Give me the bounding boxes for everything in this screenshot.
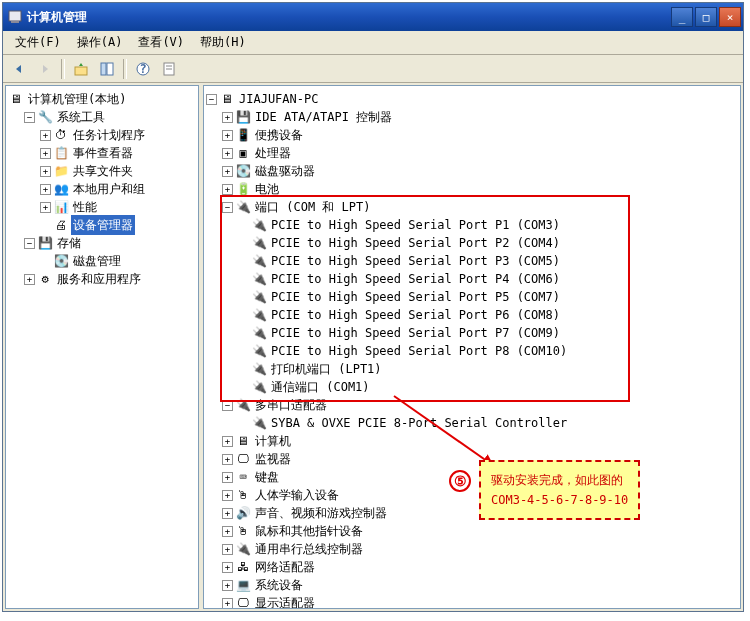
- up-button[interactable]: [69, 58, 93, 80]
- device-usb[interactable]: +🔌通用串行总线控制器: [206, 540, 738, 558]
- device-monitors[interactable]: +🖵监视器: [206, 450, 738, 468]
- expand-icon[interactable]: +: [222, 490, 233, 501]
- help-button[interactable]: ?: [131, 58, 155, 80]
- device-hid[interactable]: +🖱人体学输入设备: [206, 486, 738, 504]
- tree-performance[interactable]: +📊性能: [8, 198, 196, 216]
- svg-rect-3: [101, 63, 106, 75]
- collapse-icon[interactable]: −: [24, 112, 35, 123]
- collapse-icon[interactable]: −: [222, 400, 233, 411]
- app-icon: [7, 9, 23, 25]
- tree-root[interactable]: 🖥计算机管理(本地): [8, 90, 196, 108]
- expand-icon[interactable]: +: [40, 166, 51, 177]
- tree-services[interactable]: +⚙服务和应用程序: [8, 270, 196, 288]
- titlebar[interactable]: 计算机管理 _ □ ×: [3, 3, 743, 31]
- collapse-icon[interactable]: −: [206, 94, 217, 105]
- expand-icon[interactable]: +: [222, 112, 233, 123]
- expand-icon[interactable]: +: [222, 184, 233, 195]
- display-icon: 🖵: [235, 595, 251, 609]
- device-comm-port[interactable]: 🔌通信端口 (COM1): [206, 378, 738, 396]
- services-icon: ⚙: [37, 271, 53, 287]
- expand-icon[interactable]: +: [222, 130, 233, 141]
- tree-device-manager[interactable]: 🖨设备管理器: [8, 216, 196, 234]
- device-port1[interactable]: 🔌PCIE to High Speed Serial Port P1 (COM3…: [206, 216, 738, 234]
- expand-icon[interactable]: +: [222, 472, 233, 483]
- expand-icon[interactable]: +: [222, 544, 233, 555]
- menu-action[interactable]: 操作(A): [69, 32, 131, 53]
- device-syba[interactable]: 🔌SYBA & OVXE PCIE 8-Port Serial Controll…: [206, 414, 738, 432]
- controller-icon: 🔌: [251, 415, 267, 431]
- cpu-icon: ▣: [235, 145, 251, 161]
- device-system[interactable]: +💻系统设备: [206, 576, 738, 594]
- port-icon: 🔌: [235, 199, 251, 215]
- close-button[interactable]: ×: [719, 7, 741, 27]
- tree-event-viewer[interactable]: +📋事件查看器: [8, 144, 196, 162]
- device-display[interactable]: +🖵显示适配器: [206, 594, 738, 609]
- device-ide[interactable]: +💾IDE ATA/ATAPI 控制器: [206, 108, 738, 126]
- expand-icon[interactable]: +: [40, 130, 51, 141]
- sound-icon: 🔊: [235, 505, 251, 521]
- properties-button[interactable]: [157, 58, 181, 80]
- network-icon: 🖧: [235, 559, 251, 575]
- tree-shared-folders[interactable]: +📁共享文件夹: [8, 162, 196, 180]
- device-printer-port[interactable]: 🔌打印机端口 (LPT1): [206, 360, 738, 378]
- expand-icon[interactable]: +: [222, 166, 233, 177]
- collapse-icon[interactable]: −: [222, 202, 233, 213]
- content-area: 🖥计算机管理(本地) −🔧系统工具 +⏱任务计划程序 +📋事件查看器 +📁共享文…: [3, 83, 743, 611]
- maximize-button[interactable]: □: [695, 7, 717, 27]
- device-multi-serial[interactable]: −🔌多串口适配器: [206, 396, 738, 414]
- expand-icon[interactable]: +: [40, 184, 51, 195]
- device-port7[interactable]: 🔌PCIE to High Speed Serial Port P7 (COM9…: [206, 324, 738, 342]
- device-mice[interactable]: +🖱鼠标和其他指针设备: [206, 522, 738, 540]
- expand-icon[interactable]: +: [222, 148, 233, 159]
- tree-storage[interactable]: −💾存储: [8, 234, 196, 252]
- device-port6[interactable]: 🔌PCIE to High Speed Serial Port P6 (COM8…: [206, 306, 738, 324]
- serial-port-icon: 🔌: [251, 343, 267, 359]
- expand-icon[interactable]: +: [222, 580, 233, 591]
- minimize-button[interactable]: _: [671, 7, 693, 27]
- computer-icon: 🖥: [235, 433, 251, 449]
- forward-button[interactable]: [33, 58, 57, 80]
- device-port8[interactable]: 🔌PCIE to High Speed Serial Port P8 (COM1…: [206, 342, 738, 360]
- expand-icon[interactable]: +: [222, 562, 233, 573]
- device-network[interactable]: +🖧网络适配器: [206, 558, 738, 576]
- expand-icon[interactable]: +: [222, 454, 233, 465]
- device-port3[interactable]: 🔌PCIE to High Speed Serial Port P3 (COM5…: [206, 252, 738, 270]
- expand-icon[interactable]: +: [222, 598, 233, 609]
- tree-local-users[interactable]: +👥本地用户和组: [8, 180, 196, 198]
- tree-task-scheduler[interactable]: +⏱任务计划程序: [8, 126, 196, 144]
- device-port4[interactable]: 🔌PCIE to High Speed Serial Port P4 (COM6…: [206, 270, 738, 288]
- device-port2[interactable]: 🔌PCIE to High Speed Serial Port P2 (COM4…: [206, 234, 738, 252]
- device-computers[interactable]: +🖥计算机: [206, 432, 738, 450]
- device-ports[interactable]: −🔌端口 (COM 和 LPT): [206, 198, 738, 216]
- collapse-icon[interactable]: −: [24, 238, 35, 249]
- expand-icon[interactable]: +: [40, 202, 51, 213]
- event-icon: 📋: [53, 145, 69, 161]
- serial-port-icon: 🔌: [251, 271, 267, 287]
- device-processors[interactable]: +▣处理器: [206, 144, 738, 162]
- expand-icon[interactable]: +: [40, 148, 51, 159]
- device-computer[interactable]: −🖥JIAJUFAN-PC: [206, 90, 738, 108]
- menu-file[interactable]: 文件(F): [7, 32, 69, 53]
- device-port5[interactable]: 🔌PCIE to High Speed Serial Port P5 (COM7…: [206, 288, 738, 306]
- left-pane[interactable]: 🖥计算机管理(本地) −🔧系统工具 +⏱任务计划程序 +📋事件查看器 +📁共享文…: [5, 85, 199, 609]
- folder-icon: 📁: [53, 163, 69, 179]
- tree-disk-management[interactable]: 💽磁盘管理: [8, 252, 196, 270]
- device-battery[interactable]: +🔋电池: [206, 180, 738, 198]
- menu-view[interactable]: 查看(V): [130, 32, 192, 53]
- back-button[interactable]: [7, 58, 31, 80]
- show-hide-button[interactable]: [95, 58, 119, 80]
- device-sound[interactable]: +🔊声音、视频和游戏控制器: [206, 504, 738, 522]
- serial-port-icon: 🔌: [251, 289, 267, 305]
- expand-icon[interactable]: +: [222, 436, 233, 447]
- right-pane[interactable]: −🖥JIAJUFAN-PC +💾IDE ATA/ATAPI 控制器 +📱便携设备…: [203, 85, 741, 609]
- device-disk-drives[interactable]: +💽磁盘驱动器: [206, 162, 738, 180]
- monitor-icon: 🖵: [235, 451, 251, 467]
- serial-port-icon: 🔌: [251, 325, 267, 341]
- expand-icon[interactable]: +: [222, 526, 233, 537]
- expand-icon[interactable]: +: [222, 508, 233, 519]
- device-portable[interactable]: +📱便携设备: [206, 126, 738, 144]
- menu-help[interactable]: 帮助(H): [192, 32, 254, 53]
- tree-system-tools[interactable]: −🔧系统工具: [8, 108, 196, 126]
- expand-icon[interactable]: +: [24, 274, 35, 285]
- device-keyboards[interactable]: +⌨键盘: [206, 468, 738, 486]
